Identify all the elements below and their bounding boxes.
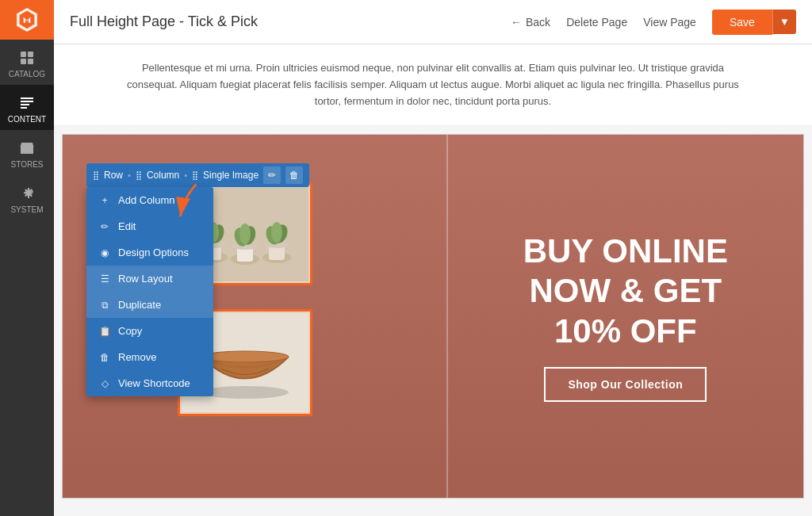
row-layout-icon: ☰: [99, 273, 110, 285]
menu-label-design-options: Design Options: [118, 247, 189, 258]
svg-rect-5: [21, 101, 33, 102]
content-area: Pellentesque et mi urna. Proin ultricies…: [54, 44, 812, 516]
svg-rect-1: [28, 52, 33, 57]
delete-page-button[interactable]: Delete Page: [566, 16, 627, 29]
menu-item-duplicate[interactable]: ⧉ Duplicate: [86, 292, 213, 318]
system-icon: [18, 185, 36, 202]
add-icon: +: [99, 195, 110, 206]
description-text: Pellentesque et mi urna. Proin ultricies…: [117, 60, 749, 109]
svg-point-28: [201, 386, 289, 399]
magento-icon: [15, 8, 39, 32]
sidebar-item-catalog[interactable]: CATALOG: [0, 40, 54, 85]
row-toolbar-label[interactable]: Row: [104, 170, 123, 181]
sidebar-logo: [0, 0, 54, 40]
content-label: CONTENT: [8, 115, 46, 124]
sidebar-item-stores[interactable]: STORES: [0, 130, 54, 175]
main-area: Full Height Page - Tick & Pick ← Back De…: [54, 0, 812, 516]
sep1: •: [128, 170, 131, 180]
drag-icon: ⣿: [93, 170, 99, 181]
edit-toolbar-button[interactable]: ✏: [263, 166, 281, 184]
promo-text: BUY ONLINENOW & GET10% OFF: [523, 232, 728, 350]
catalog-icon: [18, 49, 36, 67]
menu-item-view-shortcode[interactable]: ◇ View Shortcode: [86, 370, 213, 396]
back-arrow-icon: ←: [511, 16, 522, 29]
arrow-indicator: [174, 179, 205, 230]
save-group: Save ▼: [712, 10, 796, 35]
menu-item-design-options[interactable]: ◉ Design Options: [86, 239, 213, 266]
shop-collection-button[interactable]: Shop Our Collection: [544, 367, 707, 402]
sidebar-item-content[interactable]: CONTENT: [0, 85, 54, 130]
edit-icon: ✏: [99, 221, 110, 232]
drag-icon-2: ⣿: [136, 170, 142, 181]
svg-rect-0: [21, 52, 26, 57]
view-page-button[interactable]: View Page: [643, 16, 696, 29]
back-label: Back: [526, 16, 550, 29]
svg-point-20: [239, 224, 251, 244]
svg-rect-3: [28, 59, 33, 64]
menu-label-duplicate: Duplicate: [118, 299, 161, 311]
menu-label-add-column: Add Column: [118, 194, 175, 206]
content-icon: [18, 94, 36, 112]
svg-point-29: [201, 351, 289, 362]
menu-label-view-shortcode: View Shortcode: [118, 377, 190, 389]
topbar: Full Height Page - Tick & Pick ← Back De…: [54, 0, 812, 44]
design-icon: ◉: [99, 247, 110, 258]
menu-item-row-layout[interactable]: ☰ Row Layout: [86, 266, 213, 292]
canvas-wrapper: BUY ONLINENOW & GET10% OFF Shop Our Coll…: [54, 126, 812, 506]
topbar-actions: ← Back Delete Page View Page Save ▼: [511, 10, 796, 35]
save-dropdown-button[interactable]: ▼: [772, 10, 796, 34]
back-button[interactable]: ← Back: [511, 16, 550, 29]
shortcode-icon: ◇: [99, 378, 110, 389]
save-button[interactable]: Save: [712, 10, 772, 35]
row-toolbar-text: Row: [104, 170, 123, 181]
menu-label-row-layout: Row Layout: [118, 273, 173, 285]
copy-icon: 📋: [99, 326, 110, 337]
system-label: SYSTEM: [10, 205, 43, 214]
page-title: Full Height Page - Tick & Pick: [70, 13, 258, 30]
menu-label-edit: Edit: [118, 220, 136, 232]
description-block: Pellentesque et mi urna. Proin ultricies…: [54, 44, 812, 126]
sidebar-item-system[interactable]: SYSTEM: [0, 175, 54, 220]
promo-headline: BUY ONLINENOW & GET10% OFF: [523, 231, 728, 351]
single-image-toolbar-text: Single Image: [203, 170, 259, 181]
svg-rect-7: [21, 107, 27, 109]
menu-item-remove[interactable]: 🗑 Remove: [86, 344, 213, 370]
single-image-toolbar-label[interactable]: Single Image: [203, 170, 259, 181]
stores-icon: [18, 140, 36, 157]
canvas-right-column: BUY ONLINENOW & GET10% OFF Shop Our Coll…: [448, 135, 803, 498]
stores-label: STORES: [11, 160, 44, 169]
svg-rect-2: [21, 59, 26, 64]
canvas: BUY ONLINENOW & GET10% OFF Shop Our Coll…: [62, 134, 804, 499]
menu-label-copy: Copy: [118, 325, 142, 337]
menu-item-copy[interactable]: 📋 Copy: [86, 318, 213, 344]
catalog-label: CATALOG: [9, 70, 45, 78]
delete-toolbar-button[interactable]: 🗑: [285, 166, 303, 184]
sidebar: CATALOG CONTENT STORES SYSTEM: [0, 0, 54, 516]
remove-icon: 🗑: [99, 352, 110, 363]
menu-label-remove: Remove: [118, 351, 156, 363]
svg-point-26: [271, 222, 282, 243]
svg-rect-6: [21, 104, 29, 105]
svg-rect-4: [21, 97, 33, 99]
duplicate-icon: ⧉: [99, 300, 110, 311]
